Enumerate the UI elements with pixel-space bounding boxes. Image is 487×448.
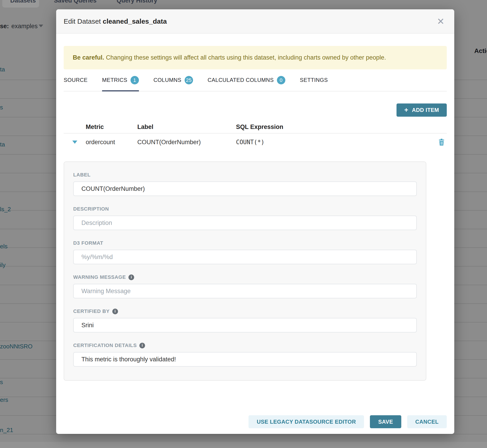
tab-calculated-columns[interactable]: CALCULATED COLUMNS 0 bbox=[208, 75, 285, 91]
modal-footer: USE LEGACY DATASOURCE EDITOR SAVE CANCEL bbox=[64, 415, 447, 428]
metrics-table-header: Metric Label SQL Expression bbox=[64, 121, 447, 134]
modal-title: Edit Dataset cleaned_sales_data bbox=[64, 17, 167, 25]
tab-columns[interactable]: COLUMNS 25 bbox=[153, 75, 193, 91]
warning-banner-text: Changing these settings will affect all … bbox=[106, 54, 386, 61]
columns-count-badge: 25 bbox=[185, 76, 193, 84]
field-d3-format: D3 FORMAT bbox=[73, 240, 417, 264]
field-label-caption: LABEL bbox=[73, 171, 417, 178]
close-icon[interactable]: ✕ bbox=[434, 16, 447, 27]
warning-banner: Be careful. Changing these settings will… bbox=[64, 46, 447, 69]
info-icon: i bbox=[128, 274, 134, 280]
label-input[interactable] bbox=[73, 182, 417, 196]
metric-row: ordercount COUNT(OrderNumber) COUNT(*) bbox=[64, 134, 447, 151]
field-certified-by: CERTIFIED BY i bbox=[73, 308, 417, 332]
warning-message-input[interactable] bbox=[73, 284, 417, 298]
add-item-button[interactable]: + ADD ITEM bbox=[397, 104, 447, 117]
column-header-sql: SQL Expression bbox=[236, 123, 436, 130]
d3-format-input[interactable] bbox=[73, 250, 417, 264]
info-icon: i bbox=[139, 343, 145, 348]
metric-name: ordercount bbox=[86, 139, 137, 146]
use-legacy-datasource-editor-button[interactable]: USE LEGACY DATASOURCE EDITOR bbox=[248, 415, 364, 428]
calculated-columns-count-badge: 0 bbox=[277, 76, 285, 84]
field-certified-by-caption: CERTIFIED BY i bbox=[73, 308, 417, 315]
tab-settings[interactable]: SETTINGS bbox=[300, 75, 328, 91]
plus-icon: + bbox=[404, 106, 408, 114]
metric-detail-panel: LABEL DESCRIPTION D3 FORMAT bbox=[64, 161, 426, 381]
column-header-label: Label bbox=[137, 123, 236, 130]
field-certification-details: CERTIFICATION DETAILS i bbox=[73, 342, 417, 367]
modal-title-prefix: Edit Dataset bbox=[64, 17, 101, 25]
field-certification-details-caption: CERTIFICATION DETAILS i bbox=[73, 342, 417, 349]
tab-metrics[interactable]: METRICS 1 bbox=[102, 75, 139, 91]
modal-body: Be careful. Changing these settings will… bbox=[56, 34, 454, 434]
field-label: LABEL bbox=[73, 171, 417, 196]
field-d3-format-caption: D3 FORMAT bbox=[73, 240, 417, 247]
delete-metric-icon[interactable] bbox=[436, 138, 447, 146]
description-input[interactable] bbox=[73, 216, 417, 230]
certification-details-input[interactable] bbox=[73, 352, 417, 367]
save-button[interactable]: SAVE bbox=[370, 415, 401, 428]
modal-header: Edit Dataset cleaned_sales_data ✕ bbox=[56, 9, 454, 34]
field-warning-message: WARNING MESSAGE i bbox=[73, 274, 417, 298]
edit-dataset-modal: Edit Dataset cleaned_sales_data ✕ Be car… bbox=[56, 9, 454, 434]
cancel-button[interactable]: CANCEL bbox=[407, 415, 447, 428]
field-description: DESCRIPTION bbox=[73, 206, 417, 230]
collapse-caret-icon[interactable] bbox=[72, 141, 77, 144]
metrics-count-badge: 1 bbox=[130, 76, 139, 84]
metric-label: COUNT(OrderNumber) bbox=[137, 139, 236, 146]
metric-sql-expression: COUNT(*) bbox=[236, 139, 436, 145]
column-header-metric: Metric bbox=[86, 123, 137, 130]
certified-by-input[interactable] bbox=[73, 318, 417, 332]
dataset-name: cleaned_sales_data bbox=[103, 17, 167, 25]
screen: Datasets Saved Queries Query History se:… bbox=[0, 0, 487, 448]
field-warning-message-caption: WARNING MESSAGE i bbox=[73, 274, 417, 281]
tab-source[interactable]: SOURCE bbox=[64, 75, 88, 91]
modal-tabs: SOURCE METRICS 1 COLUMNS 25 CALCULATED C… bbox=[64, 75, 447, 91]
info-icon: i bbox=[112, 309, 118, 314]
metrics-toolbar: + ADD ITEM bbox=[64, 104, 447, 117]
field-description-caption: DESCRIPTION bbox=[73, 206, 417, 212]
warning-banner-bold: Be careful. bbox=[73, 54, 104, 61]
